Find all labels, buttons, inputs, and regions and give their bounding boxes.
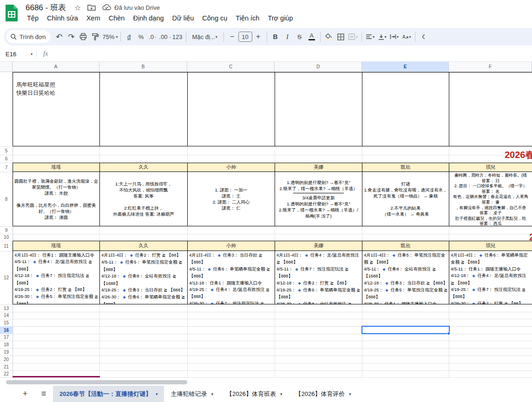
cell-A7-name[interactable]: 瑶瑶 [13,163,100,171]
row-header-10[interactable]: 10 [0,234,13,241]
row-header-9[interactable]: 9 [0,226,13,234]
bold-button[interactable]: B [269,31,282,43]
row-header-19[interactable]: 19 [0,348,13,356]
cell-F7-name[interactable]: 琪兒 [449,163,532,171]
increase-decimal-button[interactable]: .00→ [159,31,171,43]
cell-D8-riddle[interactable]: 1.透明的劍是什麼劍? →看不"見"2.狼來了，猜一種水果? →楊桃（羊逃）3/… [275,172,362,226]
row-header-8[interactable]: 8 [0,172,13,226]
cell-A12-tasks[interactable]: 4月1日-4日： 任务1： 跟随主播输入口令4/5-11： ◆ 任务4： 足/篮… [13,251,100,304]
more-formats-button[interactable]: 123 [171,31,184,43]
selected-cell-E16[interactable] [361,326,450,334]
sheet-tab-1[interactable]: 主播犯错记录 ▾ [164,386,220,402]
cell-E7-name[interactable]: 凱欣 [362,163,449,171]
merge-cells-button[interactable]: ▾ [347,31,359,43]
text-rotation-button[interactable]: A ▾ [401,31,413,43]
move-folder-icon[interactable] [87,4,96,11]
menu-file[interactable]: Tệp [23,13,42,23]
menu-extensions[interactable]: Tiện ích [232,13,263,23]
cell-F8-riddle[interactable]: 畫時圓，寫時方；冬時短，夏時長。(猜答案： 日2. 題目： 一口咬掉多半截。（猜… [449,172,532,226]
star-icon[interactable]: ☆ [74,3,81,12]
italic-button[interactable]: I [282,31,294,43]
row-header-20[interactable]: 20 [0,356,13,363]
cell-B8-riddle[interactable]: 1:天上一只鸟，用线拴得牢，不怕大风吹，就怕细雨飘答案: 风筝 2:红红果子棍上… [100,172,188,226]
redo-button[interactable]: ↷ [65,31,77,43]
cell-D1[interactable] [275,72,362,146]
document-title[interactable]: 6686 - 班表 [26,2,66,13]
format-percent-button[interactable]: % [135,31,147,43]
menu-format[interactable]: Định dạng [129,13,167,23]
name-box[interactable]: E16 ▾ [0,51,36,58]
cell-D11-name[interactable]: 美娜 [275,241,362,250]
insert-link-button[interactable] [418,31,430,43]
row-header-14[interactable]: 14 [0,312,13,319]
cell-E11-name[interactable]: 凱欣 [362,241,449,250]
menu-edit[interactable]: Chỉnh sửa [43,13,82,23]
row-header-5[interactable]: 5 [0,146,13,155]
vertical-align-button[interactable]: ▾ [376,31,388,43]
cell-F1[interactable] [449,72,532,146]
row-header-17[interactable]: 17 [0,334,13,341]
save-status[interactable]: Đã lưu vào Drive [102,4,160,11]
sheet-tab-3[interactable]: 【2026】体育评价 ▾ [289,386,357,402]
cell-E12-tasks[interactable]: 4月1日-4日： ◆ 任务5： 单笔投注指定金额 ≧ 【888】4/5-11： … [362,251,449,304]
add-sheet-button[interactable]: + [16,386,34,402]
all-sheets-button[interactable]: ≡ [34,386,53,402]
row-header-7[interactable]: 7 [0,163,13,172]
row-header-13[interactable]: 13 [0,304,13,312]
col-header-B[interactable]: B [99,62,187,72]
cell-D12-tasks[interactable]: 4月1日-4日： ◆ 任务4： 足/篮总有效投注 ≧ 【888】4/5-11： … [275,251,362,304]
font-family-select[interactable]: Mặc đị...▾ [189,31,221,43]
row-header-6[interactable]: 6 [0,155,13,163]
cell-C11-name[interactable]: 小帅 [188,241,275,250]
increase-font-size-button[interactable]: + [252,31,264,43]
menu-help[interactable]: Trợ giúp [264,13,296,23]
col-header-C[interactable]: C [187,62,275,72]
paint-format-button[interactable] [89,31,101,43]
horizontal-scrollbar-thumb[interactable] [6,380,187,384]
undo-button[interactable]: ↶ [53,31,65,43]
row-header-18[interactable]: 18 [0,341,13,348]
decrease-decimal-button[interactable]: .0← [147,31,159,43]
row-header-21[interactable]: 21 [0,363,13,370]
strikethrough-button[interactable]: S [294,31,306,43]
cell-C8-riddle[interactable]: 1. 謎面： 一加一謎底： 王2. 謎面： 二人同心謎底： 仁 [188,172,275,226]
col-header-E[interactable]: E [362,62,449,72]
row-header-16[interactable]: 16 [0,326,13,334]
zoom-select[interactable]: 75%▾ [101,31,118,43]
menu-insert[interactable]: Chèn [105,13,129,23]
cell-F11-name[interactable]: 琪兒 [449,241,532,250]
cell-E1[interactable] [362,72,449,146]
cell-B12-tasks[interactable]: 4月1日-4日： ◆ 任务2： 打赏 ≧ 【88】4/5-11： ◆ 任务5： … [100,251,188,304]
menu-tools[interactable]: Công cụ [198,13,231,23]
col-header-F[interactable]: F [449,62,532,72]
cell-D7-name[interactable]: 美娜 [275,163,362,171]
print-button[interactable] [77,31,89,43]
sheet-tab-active[interactable]: 2026春节【活動一：直播猜灯谜】 ▾ [53,386,164,402]
cell-A1-greeting[interactable]: 馬年旺旺福星照快樂日日笑哈哈 [13,72,100,146]
format-currency-button[interactable]: đ [123,31,135,43]
row-header-12[interactable]: 12 [0,251,13,304]
fill-color-button[interactable] [323,31,335,43]
menu-data[interactable]: Dữ liệu [169,13,198,23]
cell-B1[interactable] [100,72,188,146]
row-header-22[interactable]: 22 [0,370,13,377]
cell-B11-name[interactable]: 久久 [100,241,188,250]
sheets-logo-icon[interactable] [5,4,19,22]
cell-A8-riddle[interactable]: 圓圓肚子裡，裝滿金銀財，進火洗個澡，全家笑開懷。（打一食物）謎底： 水餃 像月亮… [13,172,100,226]
menu-search-button[interactable]: Trình đơn [7,30,50,43]
text-color-button[interactable]: A [306,31,318,43]
fill-handle[interactable] [447,332,450,335]
text-wrap-button[interactable]: ▾ [388,31,401,43]
horizontal-align-button[interactable]: ▾ [364,31,376,43]
row-header-15[interactable]: 15 [0,319,13,326]
col-header-D[interactable]: D [275,62,362,72]
decrease-font-size-button[interactable]: − [226,31,238,43]
cell-C12-tasks[interactable]: 4月1日-4日： ◆ 任务3： 当日存款 ≧ 【888】4/5-11： ◆ 任务… [188,251,275,304]
row-header-11[interactable]: 11 [0,241,13,251]
menu-view[interactable]: Xem [83,13,104,23]
formula-input[interactable] [48,46,532,61]
cell-C1[interactable] [188,72,275,146]
borders-button[interactable] [335,31,347,43]
select-all-corner[interactable] [0,62,13,72]
cell-B7-name[interactable]: 久久 [100,163,188,171]
